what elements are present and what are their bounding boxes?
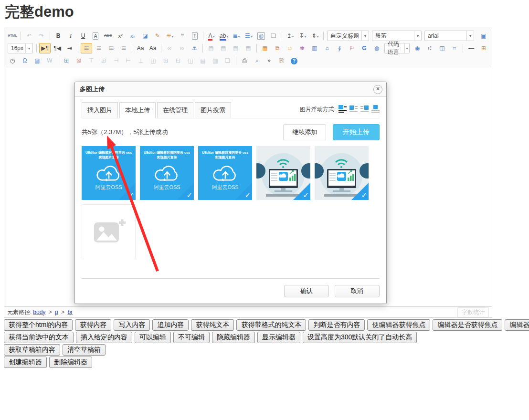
fullscreen-icon[interactable]: ▣ (478, 31, 489, 41)
attachment-icon[interactable]: ∮ (334, 43, 345, 53)
api-button[interactable]: 写入内容 (114, 319, 150, 331)
music-icon[interactable]: ♫ (321, 43, 333, 53)
api-button[interactable]: 清空草稿箱 (63, 344, 106, 356)
lowercase-icon[interactable]: Aa (147, 43, 159, 53)
api-button[interactable]: 显示编辑器 (257, 332, 300, 343)
emotion-icon[interactable]: ☺ (284, 43, 296, 53)
time-icon[interactable]: ◷ (7, 55, 18, 66)
confirm-button[interactable]: 确认 (284, 285, 329, 297)
font-size-select[interactable]: 16px▾ (8, 43, 33, 53)
close-icon[interactable]: × (373, 85, 382, 94)
clear-doc-icon[interactable]: ❏ (268, 31, 279, 41)
strikethrough-icon[interactable]: ABC (102, 31, 114, 41)
api-button[interactable]: 创建编辑器 (4, 357, 47, 368)
font-family-select[interactable]: arial▾ (424, 31, 474, 41)
upload-item-1[interactable]: UEditor 编辑器对接阿里云 oss实现图片直传 阿里云OSS✓ (82, 146, 136, 200)
float-left-icon[interactable] (349, 105, 358, 113)
upload-item-5[interactable]: ✓ (315, 146, 369, 200)
delete-table-icon[interactable]: ⊠ (73, 55, 85, 66)
tab-insert-image[interactable]: 插入图片 (82, 102, 118, 118)
indent-icon[interactable]: ⇥ (64, 43, 75, 53)
line-height-icon[interactable]: ⇕▾ (309, 31, 321, 41)
api-button[interactable]: 编辑器是否获得焦点 (433, 319, 502, 331)
continue-add-button[interactable]: 继续添加 (283, 124, 326, 140)
tab-image-search[interactable]: 图片搜索 (195, 102, 231, 118)
multi-image-icon[interactable]: ⧉ (272, 43, 283, 53)
auto-typeset-icon[interactable]: ✳▾ (164, 31, 176, 41)
api-button[interactable]: 删除编辑器 (49, 357, 92, 368)
source-code-icon[interactable]: HTML (7, 31, 18, 41)
paragraph-select[interactable]: 段落▾ (372, 31, 422, 41)
api-button[interactable]: 获得带格式的纯文本 (236, 319, 306, 331)
font-color-icon[interactable]: A▾ (206, 31, 217, 41)
custom-title-select[interactable]: 自定义标题▾ (327, 31, 369, 41)
italic-icon[interactable]: I (65, 31, 76, 41)
float-default-icon[interactable] (339, 105, 347, 113)
api-button[interactable]: 获得内容 (75, 319, 111, 331)
tab-local-upload[interactable]: 本地上传 (119, 102, 156, 118)
api-button[interactable]: 获得整个html的内容 (4, 319, 73, 331)
spacing-bottom-icon[interactable]: ↧▾ (297, 31, 308, 41)
align-justify-icon[interactable]: ☰ (118, 43, 129, 53)
preview-icon[interactable]: ⌕ (251, 55, 263, 66)
api-button[interactable]: 可以编辑 (135, 332, 171, 343)
at-icon[interactable]: @ (255, 31, 267, 41)
print-icon[interactable]: ⎙ (239, 55, 250, 66)
element-path-link-br[interactable]: br (67, 309, 73, 315)
add-image-tile[interactable] (82, 204, 136, 258)
insert-image-icon[interactable]: ▦ (259, 43, 271, 53)
webapp-icon[interactable]: ◉ (412, 43, 423, 53)
date-time-icon[interactable]: ⊞ (478, 43, 489, 53)
remove-format-icon[interactable]: ◪ (139, 31, 151, 41)
image-transfer-icon[interactable]: ▨ (32, 55, 43, 66)
ordered-list-icon[interactable]: ≣▾ (231, 31, 242, 41)
insert-frame-icon[interactable]: ◍ (371, 43, 382, 53)
word-count-button[interactable]: 字数统计 (457, 307, 489, 317)
start-upload-button[interactable]: 开始上传 (333, 124, 380, 140)
upload-item-4[interactable]: ✓ (256, 146, 310, 200)
cancel-button[interactable]: 取消 (335, 285, 380, 297)
rtl-paragraph-icon[interactable]: ¶◀ (52, 43, 63, 53)
scrawl-icon[interactable]: ✾ (296, 43, 308, 53)
snap-screen-icon[interactable]: ⌗ (449, 43, 460, 53)
api-button[interactable]: 设置高度为300默认关闭了自动长高 (303, 332, 417, 343)
api-button[interactable]: 获取草稿箱内容 (4, 344, 60, 356)
api-button[interactable]: 使编辑器获得焦点 (367, 319, 430, 331)
element-path-link-p[interactable]: p (55, 309, 58, 315)
superscript-icon[interactable]: x² (115, 31, 126, 41)
gmap-icon[interactable]: G (359, 43, 370, 53)
subscript-icon[interactable]: x₂ (127, 31, 138, 41)
spacing-top-icon[interactable]: ↥▾ (285, 31, 296, 41)
map-icon[interactable]: ⚐ (346, 43, 358, 53)
api-button[interactable]: 不可编辑 (173, 332, 210, 343)
api-button[interactable]: 追加内容 (152, 319, 189, 331)
font-border-icon[interactable]: A (90, 31, 101, 41)
unordered-list-icon[interactable]: ☰▾ (243, 31, 254, 41)
bold-icon[interactable]: B (53, 31, 64, 41)
align-center-icon[interactable]: ☰ (93, 43, 105, 53)
float-right-icon[interactable] (360, 105, 369, 113)
page-break-icon[interactable]: ⑆ (424, 43, 435, 53)
upload-item-3[interactable]: UEditor 编辑器对接阿里云 oss实现图片直传 阿里云OSS✓ (198, 146, 252, 200)
video-icon[interactable]: ▥ (309, 43, 320, 53)
float-center-icon[interactable] (371, 105, 380, 113)
search-replace-icon[interactable]: ⌖ (264, 55, 275, 66)
api-button[interactable]: 编辑器失去焦点 (505, 319, 529, 331)
align-right-icon[interactable]: ☰ (106, 43, 117, 53)
special-chars-icon[interactable]: Ω (19, 55, 31, 66)
underline-icon[interactable]: U (77, 31, 89, 41)
api-button[interactable]: 插入给定的内容 (76, 332, 132, 343)
blockquote-icon[interactable]: ❝ (177, 31, 188, 41)
tab-online-manage[interactable]: 在线管理 (157, 102, 193, 118)
api-button[interactable]: 获得当前选中的文本 (4, 332, 74, 343)
align-left-icon[interactable]: ☰ (81, 43, 92, 53)
insert-table-icon[interactable]: ⊞ (61, 55, 72, 66)
api-button[interactable]: 隐藏编辑器 (212, 332, 255, 343)
format-brush-icon[interactable]: ✎ (152, 31, 163, 41)
ltr-paragraph-icon[interactable]: ▶¶ (39, 43, 51, 53)
help-icon[interactable]: ? (288, 55, 300, 66)
code-language-select[interactable]: 代码语言▾ (384, 43, 410, 53)
horizontal-rule-icon[interactable]: — (466, 43, 477, 53)
uppercase-icon[interactable]: Aa (135, 43, 146, 53)
highlight-color-icon[interactable]: ab▾ (218, 31, 230, 41)
